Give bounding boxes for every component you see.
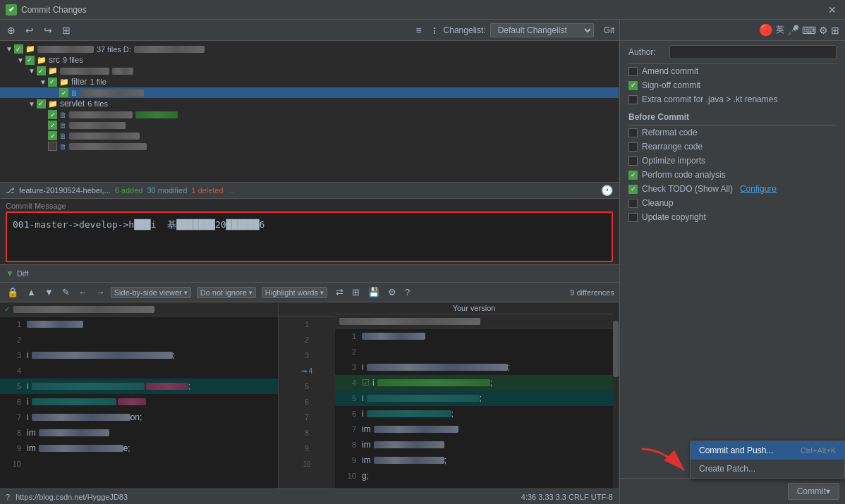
signoff-checkbox[interactable]: ✓ [628,81,638,90]
undo-btn[interactable]: ↩ [23,23,37,37]
signoff-row[interactable]: ✓ Sign-off commit [620,78,845,92]
commit-push-item[interactable]: Commit and Push... Ctrl+Alt+K [691,441,844,460]
diff-left-line-10: 10 [0,456,278,472]
check-sub1[interactable]: ✓ [37,66,46,75]
tree-item-root[interactable]: ▼ ✓ 📁 37 files D: [0,44,619,54]
ignore-dropdown[interactable]: Do not ignore ▾ [197,287,256,298]
diff-scrollbar-thumb[interactable] [613,321,619,376]
commit-label: Commit Message [6,202,613,210]
branch-bar: ⎇ feature-20190524-hebei,... 6 added 30 … [0,182,619,199]
check-sf3[interactable]: ✓ [48,131,57,140]
viewer-label: Side-by-side viewer [114,288,182,297]
rearrange-checkbox[interactable] [628,142,638,152]
close-button[interactable]: ✕ [825,4,839,16]
status-help[interactable]: ? [6,493,10,501]
check-servlet[interactable]: ✓ [37,99,46,109]
diff-dots: ··· [34,269,40,278]
reformat-row[interactable]: Reformat code [620,125,845,140]
commit-area: Commit and Push... Ctrl+Alt+K Create Pat… [620,478,845,504]
tree-item-filter-file[interactable]: ✓ 🗎 [0,87,619,98]
tree-item-src[interactable]: ▼ ✓ 📁 src 9 files [0,54,619,66]
perform-checkbox[interactable]: ✓ [628,171,638,180]
check-sf2[interactable]: ✓ [48,121,57,130]
left-file-label [13,306,154,313]
diff-left-line-1: 1 [0,316,278,332]
updatecopy-checkbox[interactable] [628,213,638,222]
history-icon[interactable]: 🕐 [601,185,613,196]
configure-link[interactable]: Configure [740,184,777,194]
ime-label: 英 [776,24,784,36]
stat-added: 6 added [115,186,143,195]
changelist-select[interactable]: Default Changelist [490,23,594,37]
amend-checkbox[interactable] [628,67,638,76]
save-btn[interactable]: 💾 [365,285,382,299]
diff-toolbar: 🔒 ▲ ▼ ✎ ← → Side-by-side viewer ▾ Do not… [0,283,619,302]
prev-diff-btn[interactable]: ▲ [24,285,39,299]
commit-button[interactable]: Commit▾ [788,483,839,500]
commit-btn-row: Commit▾ [620,478,845,504]
tree-item-servlet[interactable]: ▼ ✓ 📁 servlet 6 files [0,98,619,109]
diff-scrollbar[interactable] [613,302,619,488]
amend-row[interactable]: Amend commit [620,64,845,78]
before-commit-header: Before Commit [620,106,845,125]
perform-row[interactable]: ✓ Perform code analysis [620,168,845,182]
commit-section: Commit Message 001-master->develop->h███… [0,199,619,264]
diff-expand-icon[interactable]: ▼ [6,269,14,278]
tree-item-servlet-f3[interactable]: ✓ 🗎 [0,130,619,141]
table-btn[interactable]: ⊞ [349,285,363,299]
optimize-checkbox[interactable] [628,156,638,166]
author-input[interactable] [669,45,837,59]
check-sf1[interactable]: ✓ [48,110,57,119]
tree-item-servlet-f2[interactable]: ✓ 🗎 [0,120,619,130]
check-src[interactable]: ✓ [25,56,35,65]
arrow-right-btn[interactable]: → [93,285,108,299]
help-btn[interactable]: ? [402,285,413,299]
reformat-checkbox[interactable] [628,128,638,137]
create-patch-item[interactable]: Create Patch... [691,460,844,478]
rearrange-row[interactable]: Rearrange code [620,140,845,154]
tree-item-servlet-f1[interactable]: ✓ 🗎 [0,109,619,120]
gear-btn[interactable]: ⚙ [385,285,399,299]
extrajava-row[interactable]: Extra commit for .java > .kt renames [620,92,845,106]
amend-label: Amend commit [642,66,698,76]
changelist-label: Changelist: [444,25,486,35]
servlet-label: servlet [60,99,85,109]
cleanup-checkbox[interactable] [628,199,638,208]
check-filter-file[interactable]: ✓ [59,88,68,97]
redo-btn[interactable]: ↪ [41,23,55,37]
status-text: https://blog.csdn.net/HyggeJD83 [16,493,128,501]
extrajava-label: Extra commit for .java > .kt renames [642,94,777,104]
right-file-label [339,318,480,325]
next-diff-btn[interactable]: ▼ [42,285,56,299]
check-filter[interactable]: ✓ [48,78,57,87]
viewer-dropdown[interactable]: Side-by-side viewer ▾ [111,287,191,298]
group-btn[interactable]: ⫶ [429,23,439,37]
sf2-label [69,122,126,129]
highlight-label: Highlight words [265,288,318,297]
updatecopy-row[interactable]: Update copyright [620,210,845,224]
branch-icon: ⎇ [6,186,15,195]
cleanup-row[interactable]: Cleanup [620,196,845,210]
tree-item-filter[interactable]: ▼ ✓ 📁 filter 1 file [0,76,619,87]
src-folder-icon: 📁 [37,56,47,65]
checktodo-checkbox[interactable]: ✓ [628,185,638,194]
stat-modified: 30 modified [147,186,187,195]
arrow-sub1: ▼ [28,67,35,75]
checktodo-row[interactable]: ✓ Check TODO (Show All) Configure [620,182,845,196]
highlight-dropdown[interactable]: Highlight words ▾ [262,287,327,298]
collapse-btn[interactable]: ≡ [413,23,424,37]
tree-item-sub1[interactable]: ▼ ✓ 📁 [0,66,619,76]
commit-message-input[interactable]: 001-master->develop->h███i 基███████20███… [6,211,613,262]
optimize-row[interactable]: Optimize imports [620,154,845,168]
extrajava-checkbox[interactable] [628,95,638,104]
check-root[interactable]: ✓ [14,44,23,54]
side-btn[interactable]: ⇄ [333,285,346,299]
lock-btn[interactable]: 🔒 [4,285,21,299]
app-icon: ✔ [6,4,17,16]
edit-btn[interactable]: ✎ [59,285,73,299]
arrow-left-btn[interactable]: ← [75,285,90,299]
tree-item-servlet-f4[interactable]: 🗎 [0,141,619,152]
check-sf4[interactable] [48,142,57,151]
settings-btn[interactable]: ⊞ [59,23,73,37]
add-btn[interactable]: ⊕ [4,23,18,37]
